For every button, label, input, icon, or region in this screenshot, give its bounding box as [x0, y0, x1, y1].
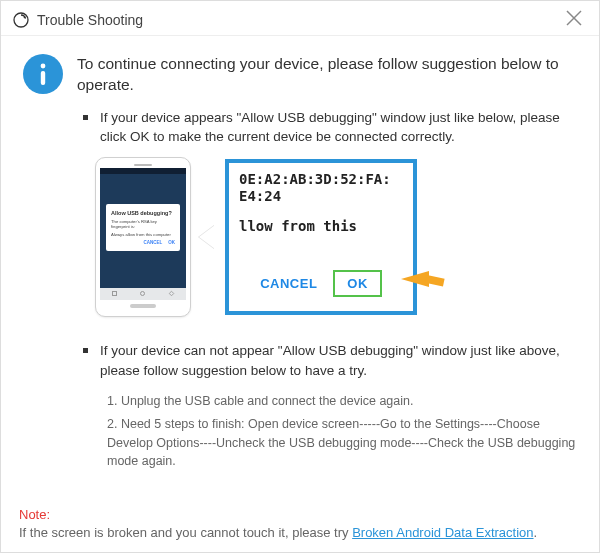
app-icon [13, 12, 29, 28]
header-left: Trouble Shooting [13, 12, 143, 28]
zoom-mac-line1: 0E:A2:AB:3D:52:FA: [239, 171, 403, 189]
intro-text: To continue connecting your device, plea… [77, 54, 577, 96]
close-button[interactable] [561, 9, 587, 31]
phone-dialog-body: The computer's RSA key fingerprint is: [111, 219, 175, 229]
phone-screen: Allow USB debugging? The computer's RSA … [100, 168, 186, 300]
zoom-ok-label: OK [333, 270, 382, 297]
close-icon [565, 9, 583, 27]
zoom-cancel-label: CANCEL [260, 276, 317, 291]
phone-nav-back-icon [169, 291, 175, 297]
phone-usb-dialog: Allow USB debugging? The computer's RSA … [106, 204, 180, 251]
note-link[interactable]: Broken Android Data Extraction [352, 525, 533, 540]
illustration-row: Allow USB debugging? The computer's RSA … [23, 157, 577, 317]
dialog-header: Trouble Shooting [1, 1, 599, 36]
phone-nav-recent-icon [112, 291, 117, 296]
bullet-2-text: If your device can not appear "Allow USB… [100, 341, 577, 380]
intro-row: To continue connecting your device, plea… [23, 54, 577, 96]
note-section: Note: If the screen is broken and you ca… [19, 506, 581, 542]
bullet-dot-icon [83, 348, 88, 353]
svg-marker-7 [401, 271, 429, 287]
step-1: 1. Unplug the USB cable and connect the … [107, 392, 577, 411]
phone-dialog-check: Always allow from this computer [111, 232, 175, 237]
arrow-icon [401, 269, 447, 303]
bullet-1-section: If your device appears "Allow USB debugg… [23, 108, 577, 147]
phone-nav-home-icon [140, 291, 145, 296]
dialog-content: To continue connecting your device, plea… [1, 36, 599, 479]
svg-point-5 [41, 64, 46, 69]
bullet-1-text: If your device appears "Allow USB debugg… [100, 108, 577, 147]
phone-dialog-ok: OK [168, 240, 175, 245]
phone-dialog-cancel: CANCEL [144, 240, 163, 245]
note-body: If the screen is broken and you cannot t… [19, 525, 352, 540]
note-label: Note: [19, 507, 50, 522]
svg-rect-6 [41, 71, 45, 85]
dialog-title: Trouble Shooting [37, 12, 143, 28]
zoomed-dialog: 0E:A2:AB:3D:52:FA: E4:24 llow from this … [225, 159, 417, 315]
phone-dialog-buttons: CANCEL OK [111, 240, 175, 245]
steps-list: 1. Unplug the USB cable and connect the … [23, 392, 577, 471]
phone-statusbar [100, 168, 186, 174]
bullet-dot-icon [83, 115, 88, 120]
callout-pointer-icon [199, 225, 215, 249]
zoom-mac-line2: E4:24 [239, 188, 403, 206]
info-icon [23, 54, 63, 94]
zoom-buttons: CANCEL OK [239, 270, 403, 303]
phone-speaker-icon [134, 164, 152, 166]
bullet-2-section: If your device can not appear "Allow USB… [23, 341, 577, 380]
phone-home-button-icon [130, 304, 156, 308]
bullet-1-row: If your device appears "Allow USB debugg… [83, 108, 577, 147]
bullet-2-row: If your device can not appear "Allow USB… [83, 341, 577, 380]
phone-mockup: Allow USB debugging? The computer's RSA … [95, 157, 191, 317]
note-suffix: . [534, 525, 538, 540]
zoom-body-text: llow from this [239, 218, 403, 234]
step-2: 2. Need 5 steps to finish: Open device s… [107, 415, 577, 471]
phone-dialog-title: Allow USB debugging? [111, 210, 175, 216]
phone-navbar [100, 288, 186, 300]
